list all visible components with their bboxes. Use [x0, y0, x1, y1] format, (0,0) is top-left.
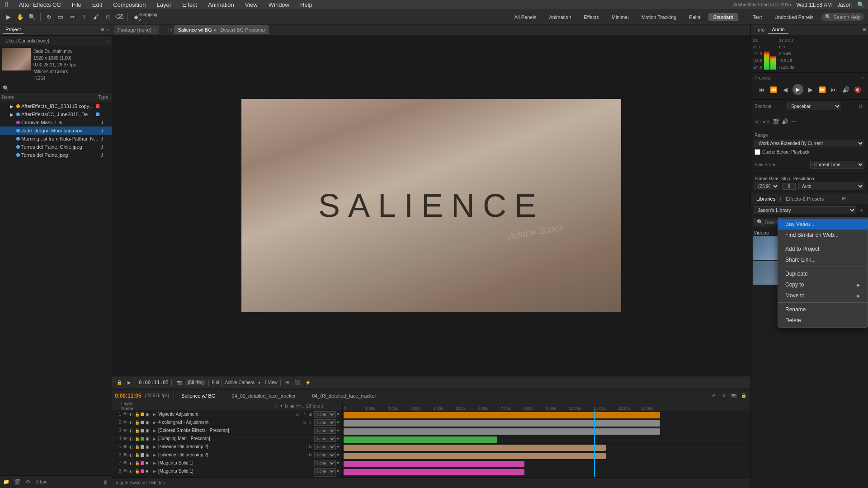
layer-solo-btn[interactable]: ◐ — [129, 469, 134, 474]
apple-menu[interactable]:  — [4, 0, 10, 10]
prev-first-btn[interactable]: ⏮ — [757, 85, 766, 94]
layer-solo-btn[interactable]: ◐ — [129, 436, 134, 441]
ctx-rename[interactable]: Rename — [778, 304, 868, 315]
ctx-move-to[interactable]: Move to ▶ — [778, 290, 868, 301]
tab-paint[interactable]: Paint — [684, 13, 705, 21]
project-search-bar[interactable]: 🔍 — [0, 84, 112, 93]
shortcut-reset-btn[interactable]: ↺ — [857, 103, 864, 110]
menu-aftereffects[interactable]: After Effects CC — [17, 0, 63, 9]
parent-select[interactable]: None — [314, 411, 336, 418]
track-bar[interactable] — [344, 453, 606, 459]
tab-motion-tracking[interactable]: Motion Tracking — [637, 13, 681, 21]
layer-solo-btn[interactable]: ◐ — [129, 420, 134, 425]
layer-expand-btn[interactable]: ▶ — [153, 445, 157, 449]
tab-standard[interactable]: Standard — [708, 13, 738, 21]
layer-lock-btn[interactable]: 🔒 — [135, 436, 139, 441]
folder-expand-icon[interactable]: ▶ — [9, 103, 15, 109]
tab-animation[interactable]: Animation — [544, 13, 576, 21]
menu-edit[interactable]: Edit — [90, 0, 104, 9]
lib-list-btn[interactable]: ≡ — [849, 195, 856, 202]
footage-tab-close[interactable]: × — [153, 28, 156, 32]
tl-settings[interactable]: ⚙ — [720, 392, 728, 400]
effect-controls-menu-icon[interactable]: ≡ — [105, 38, 109, 44]
layer-lock-btn[interactable]: 🔒 — [135, 453, 139, 457]
toolbar-snap[interactable]: Snapping ✓ — [143, 12, 153, 22]
interpret-btn[interactable]: ⚙ — [24, 478, 33, 487]
toolbar-rotate-tool[interactable]: ↻ — [44, 12, 54, 22]
viewer-preview-btn[interactable]: ▶ — [126, 380, 133, 385]
ctx-buy-video[interactable]: Buy Video... — [778, 219, 868, 230]
toolbar-hand-tool[interactable]: ✋ — [15, 12, 25, 22]
tl-tab-face1[interactable]: 04_02_detailed_face_tracker — [229, 392, 298, 399]
comp-tab-footage[interactable]: Footage (none) × — [114, 25, 159, 34]
layer-expand-btn[interactable]: ▶ — [153, 420, 157, 425]
tl-camera[interactable]: 📷 — [730, 392, 738, 400]
toolbar-pen-tool[interactable]: ✏ — [67, 12, 77, 22]
layer-solo-btn[interactable]: ◐ — [129, 445, 134, 449]
layer-solo-btn[interactable]: ◐ — [129, 412, 134, 417]
viewer-transparency-btn[interactable]: ⬛ — [292, 380, 302, 385]
prev-play-btn[interactable]: ▶ — [793, 84, 803, 95]
toolbar-text-tool[interactable]: T — [79, 12, 89, 22]
layer-solo-btn[interactable]: ◐ — [129, 453, 134, 457]
layer-expand-btn[interactable]: ▶ — [153, 469, 157, 474]
layer-lock-btn[interactable]: 🔒 — [135, 412, 139, 417]
file-item[interactable]: ▶ AfterEffectsCC_June2015_DemoProject.ae… — [0, 110, 112, 118]
file-item[interactable]: Torres del Paine, Chile.jpeg J — [0, 143, 112, 151]
comp-tab-desert[interactable]: Desert BG Precomp — [221, 27, 265, 33]
layer-expand-btn[interactable]: ▶ — [153, 436, 157, 441]
viewer-camera-label[interactable]: Active Camera — [225, 380, 255, 385]
panel-close-icon[interactable]: × — [106, 27, 109, 33]
layer-lock-btn[interactable]: 🔒 — [135, 445, 139, 449]
play-from-select[interactable]: Current Time — [810, 161, 864, 169]
tab-project[interactable]: Project — [3, 26, 24, 34]
project-search-input[interactable] — [11, 86, 109, 91]
layer-eye-btn[interactable]: 👁 — [122, 444, 128, 450]
range-select[interactable]: Work Area Extended By Current — [755, 140, 864, 147]
timeline-timecode[interactable]: 0:00:11:05 — [115, 393, 142, 399]
new-folder-btn[interactable]: 📁 — [2, 478, 11, 487]
tab-effects[interactable]: Effects — [579, 13, 603, 21]
comp-tab-salience[interactable]: Salience w/ BG ▶ Desert BG Precomp — [174, 25, 269, 34]
prev-mute-btn[interactable]: 🔇 — [853, 85, 862, 94]
prev-loop-btn[interactable]: 🔊 — [841, 85, 850, 94]
tab-effect-controls[interactable]: Effect Controls (none) — [3, 38, 52, 44]
toolbar-brush-tool[interactable]: 🖌 — [91, 12, 101, 22]
file-item[interactable]: Torres del Paine.jpeg J — [0, 151, 112, 159]
layer-expand-btn[interactable]: ▶ — [153, 412, 157, 417]
toolbar-zoom-tool[interactable]: 🔍 — [27, 12, 37, 22]
file-item[interactable]: Morning...st from Kala-Patthar, Nepal.jp… — [0, 135, 112, 143]
ctx-share-link[interactable]: Share Link... — [778, 254, 868, 265]
layer-eye-btn[interactable]: 👁 — [122, 436, 128, 442]
file-item[interactable]: Carnival Mask-1.ai J — [0, 118, 112, 127]
delete-btn[interactable]: 🗑 — [101, 478, 110, 487]
shortcut-select[interactable]: Spacebar — [787, 103, 841, 110]
parent-select[interactable]: None — [314, 436, 336, 442]
layer-eye-btn[interactable]: 👁 — [122, 427, 128, 434]
tab-effects-presets[interactable]: Effects & Presets — [783, 195, 826, 202]
menu-composition[interactable]: Composition — [111, 0, 147, 9]
viewer-zoom[interactable]: (58.4%) — [185, 380, 206, 385]
parent-select[interactable]: None — [314, 427, 336, 434]
layer-expand-btn[interactable]: ▶ — [153, 453, 157, 457]
tl-tab-face2[interactable]: 04_03_detailed_face_tracker — [309, 392, 379, 399]
tab-libraries[interactable]: Libraries — [754, 195, 778, 202]
menu-view[interactable]: View — [243, 0, 259, 9]
track-bar[interactable] — [344, 436, 497, 443]
toggle-switches-label[interactable]: Toggle Switches / Modes — [115, 480, 165, 485]
include-audio-icon[interactable]: 🔊 — [781, 118, 788, 125]
layer-eye-btn[interactable]: 👁 — [122, 419, 128, 426]
layer-lock-btn[interactable]: 🔒 — [135, 420, 139, 425]
include-overflow-icon[interactable]: ⋯ — [790, 118, 797, 125]
skip-input[interactable] — [782, 183, 796, 190]
tab-text[interactable]: Text — [748, 13, 766, 21]
toolbar-eraser-tool[interactable]: ⌫ — [114, 12, 124, 22]
new-comp-btn[interactable]: 🎬 — [13, 478, 22, 487]
layer-expand-btn[interactable]: ▶ — [153, 428, 157, 433]
layer-expand-btn[interactable]: ▶ — [153, 461, 157, 465]
res-select[interactable]: Auto Full Half Third Quarter — [798, 183, 864, 190]
parent-select[interactable]: None — [314, 444, 336, 450]
panel-menu-icon[interactable]: ≡ — [101, 26, 104, 33]
tl-tab-salience[interactable]: Salience w/ BG — [179, 392, 218, 399]
viewer-camera-dropdown[interactable]: ▾ — [256, 380, 262, 385]
